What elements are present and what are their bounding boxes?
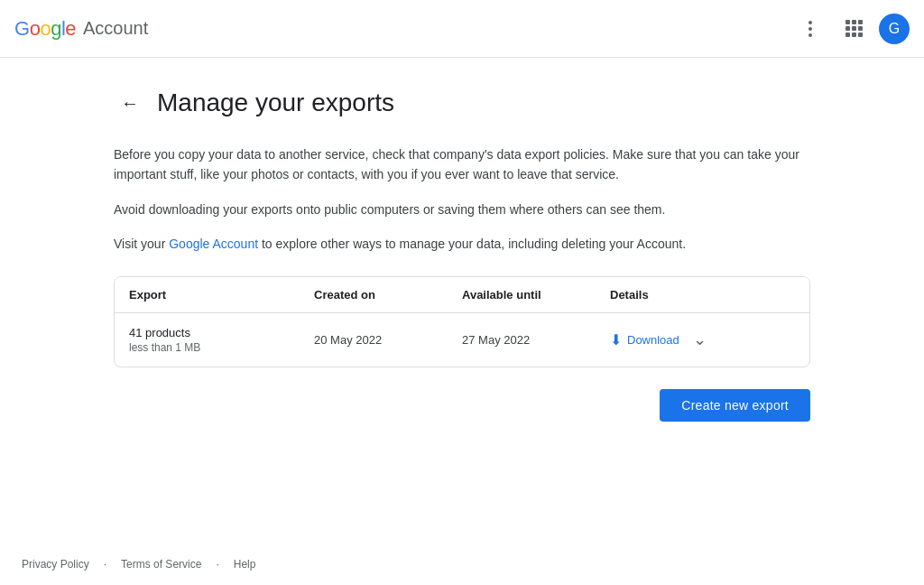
table-header: Export Created on Available until Detail…	[115, 277, 809, 313]
footer-dot-2: ·	[216, 558, 218, 571]
more-options-button[interactable]	[792, 11, 828, 47]
col-available-until: Available until	[462, 288, 610, 302]
google-logo: Google	[14, 17, 76, 41]
waffle-icon	[845, 20, 863, 37]
logo-letter-g2: g	[51, 17, 61, 41]
export-size: less than 1 MB	[129, 341, 314, 354]
col-details: Details	[610, 288, 795, 302]
header-logo-area: Google Account	[14, 17, 148, 41]
action-row: Create new export	[114, 389, 810, 422]
expand-button[interactable]: ⌄	[687, 326, 714, 353]
export-name: 41 products	[129, 326, 314, 339]
page-title: Manage your exports	[157, 88, 394, 117]
apps-button[interactable]	[836, 11, 872, 47]
chevron-down-icon: ⌄	[693, 330, 707, 349]
logo-letter-o1: o	[30, 17, 41, 41]
avatar[interactable]: G	[879, 14, 910, 44]
vertical-dots-icon	[808, 21, 812, 37]
download-icon: ⬇	[610, 331, 622, 348]
google-account-link[interactable]: Google Account	[169, 237, 258, 251]
header: Google Account G	[0, 0, 924, 58]
help-link[interactable]: Help	[234, 558, 256, 571]
created-on-value: 20 May 2022	[314, 333, 462, 347]
available-until-value: 27 May 2022	[462, 333, 610, 347]
table-row: 41 products less than 1 MB 20 May 2022 2…	[115, 313, 809, 367]
col-export: Export	[129, 288, 314, 302]
export-info: 41 products less than 1 MB	[129, 326, 314, 354]
header-title: Account	[83, 18, 148, 39]
logo-letter-e: e	[65, 17, 76, 41]
back-button[interactable]: ←	[114, 87, 146, 119]
footer-dot-1: ·	[104, 558, 106, 571]
details-cell: ⬇ Download ⌄	[610, 326, 795, 353]
col-created-on: Created on	[314, 288, 462, 302]
footer: Privacy Policy · Terms of Service · Help	[0, 543, 924, 585]
logo-letter-g: G	[14, 17, 30, 41]
exports-table: Export Created on Available until Detail…	[114, 276, 810, 367]
create-export-button[interactable]: Create new export	[660, 389, 810, 422]
logo-letter-o2: o	[40, 17, 51, 41]
download-label: Download	[627, 333, 679, 347]
intro-paragraph-2: Avoid downloading your exports onto publ…	[114, 200, 810, 219]
link-paragraph-prefix: Visit your	[114, 237, 169, 251]
link-paragraph: Visit your Google Account to explore oth…	[114, 234, 810, 254]
page-heading: ← Manage your exports	[114, 87, 810, 119]
intro-paragraph-1: Before you copy your data to another ser…	[114, 144, 810, 185]
main-content: ← Manage your exports Before you copy yo…	[92, 58, 832, 458]
download-button[interactable]: ⬇ Download	[610, 331, 679, 348]
link-paragraph-suffix: to explore other ways to manage your dat…	[258, 237, 686, 251]
header-actions: G	[792, 11, 910, 47]
terms-of-service-link[interactable]: Terms of Service	[121, 558, 201, 571]
privacy-policy-link[interactable]: Privacy Policy	[22, 558, 89, 571]
